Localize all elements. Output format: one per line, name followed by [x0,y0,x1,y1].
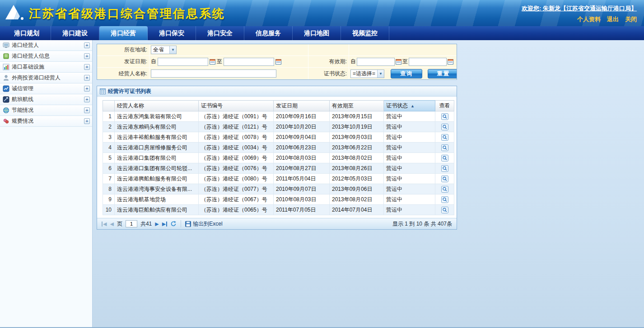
table-row: 6连云港港口集团有限公司轮驳...（苏连）港经证（0076）号2010年08月2… [103,163,454,174]
first-page-button[interactable]: ◀ [102,222,107,226]
expand-plus-icon[interactable]: + [84,42,90,48]
next-page-button[interactable]: ▶ [155,222,159,226]
col-issue-date[interactable]: 发证日期 [274,101,330,111]
valid-until-cell: 2012年05月03日 [330,174,384,184]
validity-to-input[interactable] [409,58,447,66]
nav-tab-6[interactable]: 信息服务 [244,26,293,40]
view-cert-button[interactable] [441,144,448,151]
export-excel-button[interactable]: 输出到Excel [185,220,222,228]
cert-status-cell: 营运中 [384,143,435,153]
col-view: 查看 [435,101,454,111]
view-cert-button[interactable] [441,186,448,193]
view-cell [435,143,454,153]
nav-tab-1[interactable]: 港口规划 [3,26,51,40]
sidebar-item-4[interactable]: 外商投资港口经营人+ [0,73,92,83]
cert-number-cell: （苏连）港经证（0091）号 [199,111,274,122]
row-number-cell: 5 [103,153,115,163]
nav-tab-5[interactable]: 港口安全 [196,26,244,40]
sort-asc-icon: ▲ [411,104,415,108]
operator-name-input[interactable] [151,69,276,78]
expand-plus-icon[interactable]: + [84,107,90,113]
view-cert-button[interactable] [441,196,448,203]
reset-button[interactable]: 重置 [428,69,457,79]
grid-icon [100,88,106,94]
issue-date-to-input[interactable] [224,58,274,66]
cert-number-cell: （苏连）港经证（0077）号 [199,184,274,194]
calendar-icon[interactable] [396,59,401,65]
cert-status-select[interactable]: =请选择= ▼ [350,69,384,78]
expand-plus-icon[interactable]: + [84,86,90,92]
to-label: 至 [402,58,408,65]
page-input[interactable] [126,220,137,227]
expand-plus-icon[interactable]: + [84,53,90,59]
bar-chart-icon [3,64,9,70]
calendar-icon[interactable] [448,59,453,65]
page-body: 港口经营人+港口经营人信息+港口基础设施+外商投资港口经营人+诚信管理+航班航线… [0,40,644,328]
row-number-cell: 4 [103,143,115,153]
sidebar-item-label: 诚信管理 [12,85,33,92]
validity-label: 有效期: [308,56,349,67]
cert-status-cell: 营运中 [384,132,435,143]
search-button[interactable]: 查询 [391,69,422,79]
valid-until-cell: 2013年08月26日 [330,163,384,174]
last-page-button[interactable]: ▶ [162,222,167,226]
nav-tab-4[interactable]: 港口保安 [148,26,196,40]
sidebar-item-7[interactable]: 节能情况+ [0,105,92,116]
view-cert-button[interactable] [441,165,448,172]
calendar-icon[interactable] [210,59,215,65]
filter-row-dates: 发证日期: 自 至 有效期: 自 [97,56,457,68]
view-cert-button[interactable] [441,155,448,162]
nav-tab-7[interactable]: 港口地图 [293,26,341,40]
sidebar-item-3[interactable]: 港口基础设施+ [0,62,92,73]
profile-link[interactable]: 个人资料 [577,15,601,23]
sidebar-item-1[interactable]: 港口经营人+ [0,40,92,51]
nav-tab-2[interactable]: 港口建设 [51,26,99,40]
sidebar-item-6[interactable]: 航班航线+ [0,94,92,105]
view-cert-button[interactable] [441,124,448,130]
cert-status-cell: 营运中 [384,174,435,184]
expand-plus-icon[interactable]: + [84,75,90,81]
expand-plus-icon[interactable]: + [84,118,90,124]
filter-row-operator: 经营人名称: 证书状态: =请选择= ▼ 查询 重置 [97,68,457,79]
cert-status-cell: 营运中 [384,205,435,215]
col-cert-number[interactable]: 证书编号 [199,101,274,111]
nav-tab-8[interactable]: 视频监控 [341,26,389,40]
issue-date-cell: 2010年06月23日 [274,143,330,153]
refresh-icon[interactable] [170,221,177,227]
col-operator-name[interactable]: 经营人名称 [115,101,199,111]
region-select[interactable]: 全省 ▼ [151,46,177,54]
pagination-bar: ◀ ◀ 页 共41 ▶ ▶ 输出到Excel 显示 1 到 10 条 共 407… [97,218,457,229]
logout-link[interactable]: 退出 [607,15,619,23]
view-cell [435,153,454,163]
view-cert-button[interactable] [441,176,448,182]
operator-name-cell: 连云港港口房屋维修服务公司 [115,143,199,153]
issue-date-cell: 2010年09月04日 [274,132,330,143]
col-cert-status[interactable]: 证书状态▲ [384,101,435,111]
operator-name-cell: 连云港海航基地货场 [115,194,199,205]
view-cert-button[interactable] [441,134,448,141]
cert-table: 经营人名称 证书编号 发证日期 有效期至 证书状态▲ 查看 1连云港东鸿集装箱有… [103,100,454,215]
issue-date-from-input[interactable] [158,58,208,66]
table-row: 1连云港东鸿集装箱有限公司（苏连）港经证（0091）号2010年09月16日20… [103,111,454,122]
from-label: 自 [151,58,156,65]
sidebar-item-2[interactable]: 港口经营人信息+ [0,51,92,62]
nav-tab-3[interactable]: 港口经营 [99,26,148,40]
cert-status-cell: 营运中 [384,184,435,194]
expand-plus-icon[interactable]: + [84,97,90,102]
cert-number-cell: （苏连）港经证（0121）号 [199,122,274,132]
close-link[interactable]: 关闭 [625,15,637,23]
sidebar-item-8[interactable]: 规费情况+ [0,116,92,127]
to-label: 至 [217,58,222,65]
calendar-icon[interactable] [275,59,281,65]
view-cert-button[interactable] [441,113,448,120]
prev-page-button[interactable]: ◀ [110,222,113,226]
expand-plus-icon[interactable]: + [84,64,90,70]
cert-number-cell: （苏连）港经证（0067）号 [199,194,274,205]
view-cell [435,122,454,132]
sidebar-item-5[interactable]: 诚信管理+ [0,83,92,94]
sidebar-item-label: 航班航线 [12,96,33,103]
col-valid-until[interactable]: 有效期至 [330,101,384,111]
issue-date-cell: 2011年05月04日 [274,174,330,184]
view-cert-button[interactable] [441,207,448,213]
validity-from-input[interactable] [357,58,395,66]
